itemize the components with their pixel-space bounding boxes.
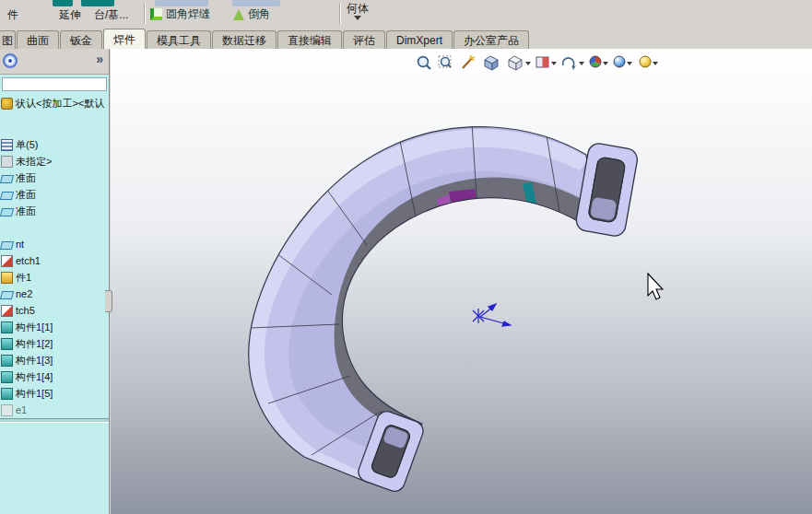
toolbar-button-jian[interactable]: 件 (7, 7, 18, 23)
featuremanager-panel: » 状认<按加工><默认 单(5) 未指定> 准面 (0, 49, 110, 514)
model-3d[interactable] (111, 49, 812, 514)
chevron-down-icon[interactable] (354, 16, 361, 20)
tree-item[interactable]: 状认<按加工><默认 (0, 95, 109, 111)
tree-item-label: 准面 (16, 171, 36, 185)
tree-item-label: e1 (16, 404, 27, 415)
tube-inner-face (348, 192, 592, 418)
commandmanager-tab[interactable]: 钣金 (60, 30, 102, 49)
tree-item[interactable]: 构件1[3] (0, 352, 109, 368)
toolbar-separator (339, 4, 341, 24)
tree-item-label: nt (16, 239, 24, 250)
tree-item-icon (0, 192, 14, 200)
tree-item[interactable]: 构件1[5] (0, 385, 109, 402)
tree-item-label: 未指定> (16, 155, 52, 169)
expand-chevron-icon[interactable]: » (96, 52, 103, 66)
featuremanager-header: » (0, 49, 109, 75)
tree-item[interactable]: 构件1[1] (0, 319, 109, 335)
tree-item-icon (1, 255, 13, 267)
tree-item[interactable]: etch1 (0, 252, 109, 269)
toolbar-button-geometry[interactable]: 何体 (347, 1, 369, 17)
chamfer-button[interactable]: 倒角 (233, 6, 270, 22)
tree-pane-divider[interactable] (0, 418, 109, 423)
fillet-bead-button[interactable]: 圆角焊缝 (150, 6, 210, 22)
top-toolbar: 件 延伸 台/基... 圆角焊缝 倒角 何体 (0, 0, 812, 28)
tree-item[interactable]: 件1 (0, 269, 109, 286)
tree-item-icon (0, 208, 14, 216)
tree-item[interactable]: ne2 (0, 286, 109, 302)
commandmanager-tab[interactable]: 办公室产品 (453, 30, 529, 49)
tree-item-icon (0, 291, 14, 299)
commandmanager-tabs: 图 曲面 钣金 焊件 模具工具 数据迁移 直接编辑 评估 DimXpert 办公… (0, 28, 812, 50)
tree-item[interactable]: 构件1[2] (0, 335, 109, 352)
commandmanager-tab[interactable]: 焊件 (103, 29, 146, 50)
featuremanager-tab-icon[interactable] (3, 53, 18, 68)
chamfer-icon (233, 9, 244, 20)
tree-item-footer[interactable]: e1 (0, 402, 109, 418)
tree-item-icon (1, 338, 13, 350)
tree-item[interactable]: 未指定> (0, 153, 109, 169)
config-selector[interactable] (2, 77, 107, 91)
tree-item[interactable]: 构件1[4] (0, 368, 109, 385)
tree-item-label: tch5 (16, 305, 35, 316)
tree-item-icon (1, 388, 13, 400)
tree-item-icon (1, 321, 13, 333)
fillet-bead-icon (150, 8, 162, 20)
panel-splitter[interactable] (105, 290, 112, 312)
commandmanager-tab[interactable]: 曲面 (17, 30, 59, 49)
graphics-area[interactable] (111, 49, 812, 514)
cropped-toolbar-button[interactable] (155, 0, 208, 6)
tree-item-icon (1, 371, 13, 383)
fillet-bead-label: 圆角焊缝 (166, 6, 210, 22)
toolbar-separator (144, 4, 146, 24)
tree-item-label: 构件1[4] (16, 370, 53, 384)
tree-item-label: 准面 (16, 188, 36, 202)
tree-item-label: 状认<按加工><默认 (16, 97, 104, 111)
tree-item-icon (1, 98, 13, 110)
tree-item-icon (0, 175, 14, 183)
origin-triad (473, 304, 511, 326)
tree-item-icon (1, 139, 13, 151)
tree-item-label: 件1 (16, 271, 31, 285)
tree-item[interactable]: 单(5) (0, 136, 109, 153)
tree-item-label: 构件1[1] (16, 321, 53, 334)
commandmanager-tab[interactable]: 评估 (343, 30, 385, 49)
tree-item-label: 构件1[5] (16, 387, 53, 401)
tree-item-icon (0, 241, 14, 250)
tree-item-label: 构件1[2] (16, 337, 53, 351)
commandmanager-tab[interactable]: 图 (0, 30, 16, 49)
tree-item[interactable]: nt (0, 236, 109, 252)
toolbar-button-extend[interactable]: 延伸 (59, 7, 81, 23)
cropped-toolbar-button[interactable] (232, 0, 280, 6)
commandmanager-tab[interactable]: 直接编辑 (277, 30, 342, 49)
tree-item[interactable]: tch5 (0, 302, 109, 319)
toolbar-button-boss-base[interactable]: 台/基... (94, 7, 128, 23)
cropped-toolbar-button[interactable] (81, 0, 114, 6)
tree-item-label: etch1 (16, 255, 41, 266)
mouse-cursor (648, 274, 663, 299)
chamfer-label: 倒角 (248, 6, 270, 22)
tree-item[interactable]: 准面 (0, 203, 109, 219)
tree-item[interactable]: 准面 (0, 169, 109, 186)
tree-item[interactable]: 准面 (0, 186, 109, 203)
commandmanager-tab[interactable]: 模具工具 (147, 30, 211, 49)
tree-item-icon (1, 355, 13, 367)
tree-item-label: 准面 (16, 204, 36, 218)
tree-item-icon (1, 272, 13, 284)
tree-item-label: 单(5) (16, 138, 38, 152)
commandmanager-tab[interactable]: DimXpert (386, 30, 453, 49)
tree-item-icon (1, 404, 13, 416)
tree-item-icon (1, 305, 13, 317)
feature-tree: 状认<按加工><默认 单(5) 未指定> 准面 准面 (0, 92, 109, 418)
tree-item-icon (1, 156, 13, 168)
tree-item-label: 构件1[3] (16, 354, 53, 368)
tree-item-label: ne2 (16, 288, 32, 299)
cropped-toolbar-button[interactable] (53, 0, 73, 6)
commandmanager-tab[interactable]: 数据迁移 (212, 30, 277, 49)
